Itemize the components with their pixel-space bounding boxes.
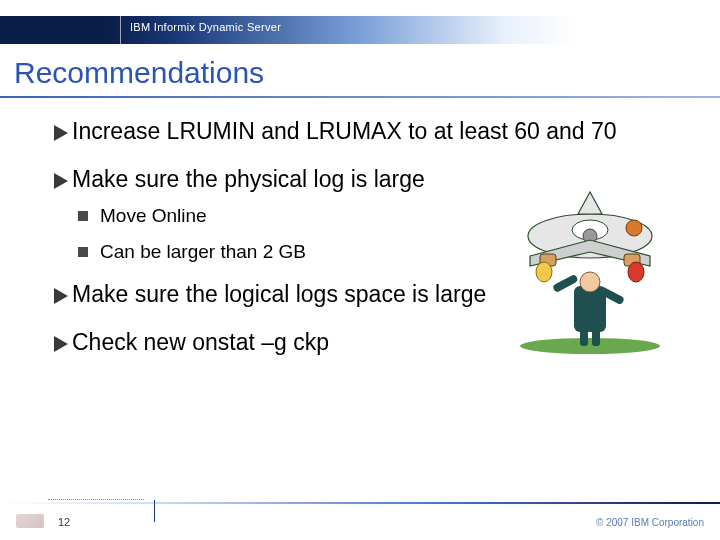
svg-rect-0 (660, 18, 670, 20)
sub-bullet-text: Can be larger than 2 GB (100, 241, 306, 263)
triangle-bullet-icon (52, 286, 72, 306)
svg-rect-19 (688, 28, 694, 30)
svg-point-33 (626, 220, 642, 236)
svg-rect-21 (688, 31, 693, 33)
page-number: 12 (58, 516, 70, 528)
svg-rect-5 (660, 31, 670, 33)
title-underline (0, 96, 720, 98)
svg-rect-11 (673, 31, 685, 33)
svg-rect-14 (688, 21, 694, 23)
svg-rect-7 (673, 21, 686, 23)
svg-rect-41 (592, 328, 600, 346)
slide-title: Recommendations (14, 56, 264, 90)
svg-rect-18 (690, 26, 700, 28)
svg-rect-1 (660, 21, 670, 23)
svg-marker-24 (54, 173, 68, 189)
svg-rect-17 (695, 23, 700, 25)
svg-rect-16 (690, 23, 695, 25)
svg-point-38 (536, 262, 552, 282)
svg-marker-23 (54, 125, 68, 141)
svg-rect-40 (580, 328, 588, 346)
svg-rect-4 (660, 28, 670, 30)
ibm-logo (660, 18, 702, 34)
footer-logo (16, 514, 44, 528)
header-divider (120, 16, 121, 44)
svg-rect-20 (696, 28, 702, 30)
svg-point-35 (580, 272, 600, 292)
clipart-marshaller (500, 186, 680, 356)
bullet-text: Make sure the physical log is large (72, 166, 425, 192)
footer-line (0, 502, 720, 504)
svg-rect-10 (673, 28, 686, 30)
copyright: © 2007 IBM Corporation (596, 517, 704, 528)
header-product: IBM Informix Dynamic Server (130, 21, 281, 33)
svg-rect-15 (696, 21, 702, 23)
svg-rect-2 (663, 23, 668, 25)
bullet-text: Check new onstat –g ckp (72, 329, 329, 355)
svg-point-39 (628, 262, 644, 282)
svg-rect-8 (675, 23, 685, 25)
triangle-bullet-icon (52, 334, 72, 354)
svg-rect-12 (688, 18, 693, 20)
square-bullet-icon (78, 247, 88, 257)
svg-rect-9 (675, 26, 685, 28)
header-bar: IBM Informix Dynamic Server (0, 16, 720, 44)
sub-bullet-text: Move Online (100, 205, 207, 227)
triangle-bullet-icon (52, 171, 72, 191)
square-bullet-icon (78, 211, 88, 221)
triangle-bullet-icon (52, 123, 72, 143)
footer-dash (48, 499, 144, 500)
footer-divider (154, 500, 155, 522)
svg-rect-22 (697, 31, 702, 33)
bullet-text: Make sure the logical logs space is larg… (72, 281, 486, 307)
svg-rect-6 (673, 18, 685, 20)
bullet-1: Increase LRUMIN and LRUMAX to at least 6… (52, 118, 690, 144)
svg-rect-13 (697, 18, 702, 20)
svg-marker-26 (54, 336, 68, 352)
svg-rect-3 (663, 26, 668, 28)
bullet-text: Increase LRUMIN and LRUMAX to at least 6… (72, 118, 617, 144)
svg-marker-25 (54, 288, 68, 304)
svg-point-27 (520, 338, 660, 354)
